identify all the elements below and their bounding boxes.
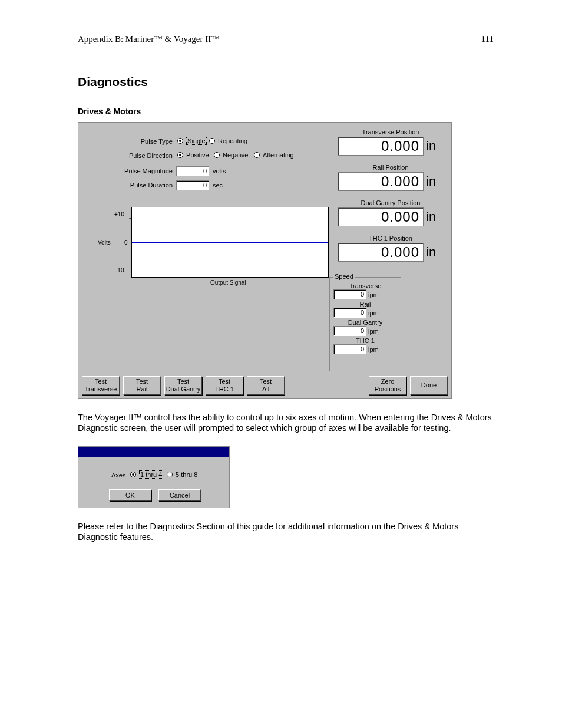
speed-dual-label: Dual Gantry <box>333 319 397 326</box>
speed-transverse-value[interactable]: 0 <box>333 289 366 299</box>
done-button[interactable]: Done <box>410 376 448 395</box>
speed-dual-unit: ipm <box>368 328 379 335</box>
chart-tick-mark: - <box>129 264 131 271</box>
axes-label: Axes <box>111 472 125 479</box>
speed-thc1-label: THC 1 <box>333 337 397 344</box>
speed-legend: Speed <box>333 273 355 280</box>
chart-tick-p10: +10 <box>114 211 124 218</box>
test-transverse-button[interactable]: Test Transverse <box>82 376 120 395</box>
pulse-type-label: Pulse Type <box>78 138 173 145</box>
speed-rail-label: Rail <box>333 301 397 308</box>
pulse-direction-label: Pulse Direction <box>78 152 173 159</box>
dual-gantry-position-group: Dual Gantry Position 0.000 in <box>338 199 444 226</box>
pulse-duration-label: Pulse Duration <box>78 182 173 189</box>
transverse-position-unit: in <box>426 139 436 154</box>
thc1-position-label: THC 1 Position <box>338 235 444 242</box>
speed-thc1-unit: ipm <box>368 346 379 353</box>
pulse-magnitude-unit: volts <box>213 167 226 174</box>
radio-icon <box>177 138 183 144</box>
radio-icon <box>167 472 173 477</box>
cancel-button[interactable]: Cancel <box>158 489 201 501</box>
radio-icon <box>214 152 220 158</box>
rail-position-unit: in <box>426 174 436 189</box>
thc1-position-value: 0.000 <box>338 243 424 262</box>
pulse-duration-unit: sec <box>213 182 223 189</box>
zero-positions-button[interactable]: Zero Positions <box>369 376 406 395</box>
radio-icon <box>209 138 215 144</box>
thc1-position-group: THC 1 Position 0.000 in <box>338 235 444 262</box>
h2-drives-motors: Drives & Motors <box>78 107 494 116</box>
speed-transverse-unit: ipm <box>368 291 379 298</box>
test-thc1-button[interactable]: Test THC 1 <box>206 376 243 395</box>
axes-dialog: Axes 1 thru 4 5 thru 8 OK Cancel <box>78 446 230 508</box>
speed-rail-value[interactable]: 0 <box>333 308 366 318</box>
pulse-type-repeating[interactable]: Repeating <box>209 137 247 144</box>
axes-1-thru-4[interactable]: 1 thru 4 <box>130 470 163 478</box>
chart-tick-zero: 0 <box>124 239 128 246</box>
radio-icon <box>254 152 260 158</box>
pulse-magnitude-label: Pulse Magnitude <box>78 167 173 174</box>
axes-5-thru-8[interactable]: 5 thru 8 <box>167 470 197 478</box>
transverse-position-value: 0.000 <box>338 137 424 156</box>
speed-dual-value[interactable]: 0 <box>333 326 366 336</box>
radio-icon <box>130 472 136 477</box>
h1-diagnostics: Diagnostics <box>78 75 494 89</box>
transverse-position-group: Transverse Position 0.000 in <box>338 129 444 156</box>
page-header: Appendix B: Mariner™ & Voyager II™ 111 <box>78 34 494 44</box>
test-dual-gantry-button[interactable]: Test Dual Gantry <box>164 376 202 395</box>
chart-xlabel: Output Signal <box>210 279 246 286</box>
chart-tick-mark: - <box>129 239 131 246</box>
dual-gantry-position-label: Dual Gantry Position <box>338 199 444 206</box>
transverse-position-label: Transverse Position <box>338 129 444 136</box>
chart-ylabel: Volts <box>98 239 111 246</box>
chart-tick-n10: -10 <box>115 267 124 274</box>
thc1-position-unit: in <box>426 245 436 260</box>
drives-motors-panel: Pulse Type Single Repeating Pulse Direct… <box>78 122 452 399</box>
dialog-titlebar <box>78 447 229 457</box>
pulse-direction-positive[interactable]: Positive <box>177 151 209 159</box>
rail-position-value: 0.000 <box>338 172 424 191</box>
speed-transverse-label: Transverse <box>333 282 397 289</box>
chart-trace <box>132 242 328 243</box>
speed-rail-unit: ipm <box>368 309 379 317</box>
page-number: 111 <box>481 34 494 44</box>
test-rail-button[interactable]: Test Rail <box>123 376 161 395</box>
dual-gantry-position-value: 0.000 <box>338 207 424 226</box>
radio-icon <box>177 152 183 158</box>
pulse-duration-input[interactable]: 0 <box>176 180 209 190</box>
pulse-direction-negative[interactable]: Negative <box>214 151 248 159</box>
output-signal-chart <box>131 207 329 278</box>
rail-position-group: Rail Position 0.000 in <box>338 164 444 191</box>
paragraph-2: Please refer to the Diagnostics Section … <box>78 521 494 542</box>
pulse-type-single[interactable]: Single <box>177 137 207 144</box>
test-all-button[interactable]: Test All <box>247 376 285 395</box>
speed-thc1-value[interactable]: 0 <box>333 344 366 354</box>
pulse-direction-alternating[interactable]: Alternating <box>254 151 294 159</box>
rail-position-label: Rail Position <box>338 164 444 171</box>
paragraph-1: The Voyager II™ control has the ability … <box>78 412 494 433</box>
dual-gantry-position-unit: in <box>426 209 436 225</box>
button-row: Test Transverse Test Rail Test Dual Gant… <box>82 376 448 395</box>
chart-tick-mark: - <box>129 215 131 221</box>
pulse-magnitude-input[interactable]: 0 <box>176 166 209 176</box>
ok-button[interactable]: OK <box>109 489 151 501</box>
speed-group: Speed Transverse 0 ipm Rail 0 ipm Dual G… <box>329 277 401 371</box>
header-left: Appendix B: Mariner™ & Voyager II™ <box>78 34 220 44</box>
